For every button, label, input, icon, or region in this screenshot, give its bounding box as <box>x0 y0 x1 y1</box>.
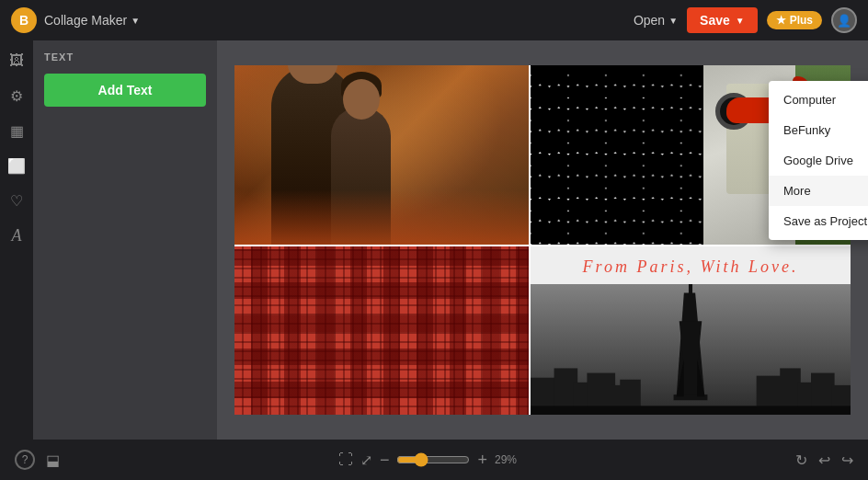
paris-text: From Paris, With Love. <box>531 246 851 284</box>
left-panel: TEXT Add Text <box>33 40 217 440</box>
header-left: B Collage Maker ▼ <box>11 7 140 33</box>
dropdown-item-computer[interactable]: Computer <box>769 85 868 115</box>
sidebar-item-image[interactable]: 🖼 <box>6 50 28 72</box>
sidebar-item-layout[interactable]: ▦ <box>6 120 28 142</box>
zoom-label: 29% <box>495 453 517 466</box>
header-right: Open ▼ Save ▼ ★ Plus 👤 <box>634 7 857 33</box>
chevron-down-icon: ▼ <box>736 16 745 26</box>
bottom-right: ↻ ↩ ↪ <box>795 451 853 469</box>
zoom-in-icon[interactable]: + <box>477 451 487 470</box>
bottom-bar: ? ⬓ ⛶ ⤢ − + 29% ↻ ↩ ↪ <box>0 440 868 480</box>
star-icon: ★ <box>776 14 786 27</box>
chevron-down-icon: ▼ <box>668 16 678 26</box>
collage-cell-photo1 <box>234 65 529 245</box>
sidebar: 🖼 ⚙ ▦ ⬜ ♡ A <box>0 40 33 440</box>
canvas-area: From Paris, With Love. <box>217 40 868 440</box>
zoom-slider[interactable] <box>396 452 470 467</box>
redo-icon[interactable]: ↪ <box>841 451 853 469</box>
help-button[interactable]: ? <box>15 450 35 470</box>
dropdown-item-more[interactable]: More ▶ <box>769 176 868 206</box>
fit-screen-icon[interactable]: ⛶ <box>338 451 353 468</box>
dropdown-item-befunky[interactable]: BeFunky <box>769 115 868 145</box>
layers-icon[interactable]: ⬓ <box>46 451 60 469</box>
expand-icon[interactable]: ⤢ <box>360 451 372 469</box>
user-avatar[interactable]: 👤 <box>831 7 857 33</box>
chevron-down-icon: ▼ <box>131 16 140 26</box>
sidebar-item-favorites[interactable]: ♡ <box>6 189 28 211</box>
add-text-button[interactable]: Add Text <box>44 74 206 107</box>
sidebar-item-text[interactable]: A <box>6 224 28 246</box>
rotate-icon[interactable]: ↻ <box>795 451 807 469</box>
panel-title: TEXT <box>44 51 206 63</box>
open-button[interactable]: Open ▼ <box>634 13 678 28</box>
bottom-left: ? ⬓ <box>15 450 60 470</box>
dropdown-item-google-drive[interactable]: Google Drive <box>769 145 868 176</box>
dropdown-menu: Computer BeFunky Google Drive More ▶ Sav… <box>769 81 868 240</box>
svg-rect-20 <box>531 406 851 415</box>
collage-cell-plaid <box>234 246 529 415</box>
save-dropdown: Computer BeFunky Google Drive More ▶ Sav… <box>769 81 868 240</box>
undo-icon[interactable]: ↩ <box>818 451 830 469</box>
paris-photo <box>531 284 851 415</box>
main-area: 🖼 ⚙ ▦ ⬜ ♡ A TEXT Add Text <box>0 40 868 440</box>
logo: B <box>11 7 37 33</box>
plus-badge[interactable]: ★ Plus <box>767 11 822 29</box>
sidebar-item-adjust[interactable]: ⚙ <box>6 85 28 107</box>
sidebar-item-crop[interactable]: ⬜ <box>6 154 28 177</box>
header: B Collage Maker ▼ Open ▼ Save ▼ ★ Plus 👤 <box>0 0 868 40</box>
zoom-out-icon[interactable]: − <box>380 451 390 470</box>
collage-cell-paris: From Paris, With Love. <box>531 246 851 415</box>
dropdown-item-save-as-project[interactable]: Save as Project <box>769 206 868 236</box>
collage: From Paris, With Love. <box>234 65 851 415</box>
bottom-center: ⛶ ⤢ − + 29% <box>338 451 517 470</box>
app-title: Collage Maker ▼ <box>44 13 140 28</box>
svg-rect-17 <box>689 284 692 298</box>
svg-marker-15 <box>680 321 702 359</box>
save-button[interactable]: Save ▼ <box>687 7 758 33</box>
